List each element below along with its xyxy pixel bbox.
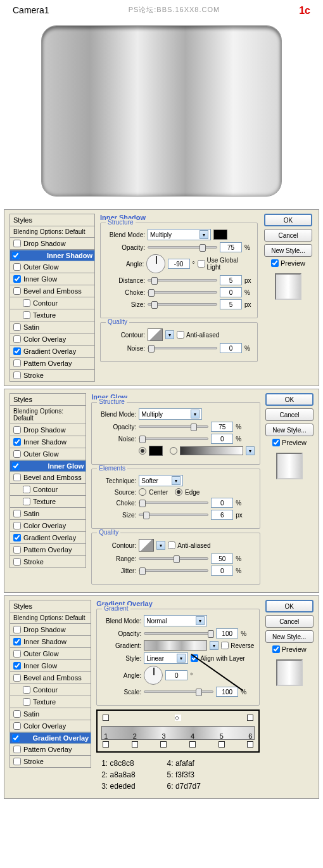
size-input[interactable]: [220, 299, 242, 309]
choke-input[interactable]: [220, 287, 242, 297]
opacity-stop[interactable]: [103, 715, 109, 721]
new-style-button[interactable]: New Style...: [265, 630, 314, 643]
choke-slider[interactable]: [139, 502, 208, 504]
style-drop-shadow[interactable]: Drop Shadow: [10, 624, 91, 636]
reverse-check[interactable]: Reverse: [221, 642, 254, 649]
choke-slider[interactable]: [148, 291, 217, 294]
ok-button[interactable]: OK: [265, 393, 314, 406]
style-inner-shadow[interactable]: Inner Shadow: [10, 250, 95, 261]
style-stroke[interactable]: Stroke: [10, 756, 91, 768]
style-satin[interactable]: Satin: [10, 708, 91, 720]
style-outer-glow[interactable]: Outer Glow: [10, 448, 86, 460]
anti-aliased-check[interactable]: Anti-aliased: [177, 331, 219, 339]
color-stop[interactable]: [103, 741, 109, 748]
style-bevel[interactable]: Bevel and Emboss: [10, 472, 86, 484]
jitter-slider[interactable]: [139, 569, 208, 572]
preview-check[interactable]: Preview: [272, 439, 307, 446]
gradient-swatch[interactable]: [180, 446, 243, 455]
style-inner-shadow[interactable]: Inner Shadow: [10, 636, 91, 648]
noise-input[interactable]: [211, 434, 233, 444]
color-radio[interactable]: [139, 447, 146, 455]
style-stroke[interactable]: Stroke: [10, 370, 95, 382]
new-style-button[interactable]: New Style...: [265, 424, 314, 436]
color-stop[interactable]: [132, 741, 138, 748]
style-inner-shadow[interactable]: Inner Shadow: [10, 436, 86, 448]
style-texture[interactable]: Texture: [10, 496, 86, 508]
style-contour[interactable]: Contour: [10, 484, 86, 496]
style-outer-glow[interactable]: Outer Glow: [10, 261, 95, 273]
technique-select[interactable]: Softer▾: [139, 475, 183, 486]
style-drop-shadow[interactable]: Drop Shadow: [10, 424, 86, 436]
cancel-button[interactable]: Cancel: [265, 615, 314, 628]
style-gradient-overlay[interactable]: Gradient Overlay: [10, 346, 95, 358]
color-swatch[interactable]: [213, 230, 227, 240]
style-inner-glow[interactable]: Inner Glow: [10, 460, 86, 472]
angle-dial[interactable]: [146, 254, 165, 273]
style-gradient-overlay[interactable]: Gradient Overlay: [10, 532, 86, 544]
blending-options[interactable]: Blending Options: Default: [10, 226, 95, 238]
color-stop[interactable]: [189, 741, 196, 748]
contour-picker[interactable]: [148, 328, 163, 341]
preview-check[interactable]: Preview: [272, 645, 307, 653]
style-gradient-overlay[interactable]: Gradient Overlay: [10, 732, 91, 744]
color-swatch[interactable]: [149, 446, 163, 456]
distance-input[interactable]: [220, 275, 242, 285]
style-satin[interactable]: Satin: [10, 508, 86, 520]
style-outer-glow[interactable]: Outer Glow: [10, 648, 91, 660]
midpoint-icon[interactable]: ◇: [175, 715, 181, 721]
opacity-slider[interactable]: [139, 425, 208, 428]
opacity-input[interactable]: [211, 422, 233, 432]
color-stop[interactable]: [247, 741, 253, 748]
style-pattern-overlay[interactable]: Pattern Overlay: [10, 358, 95, 370]
contour-picker[interactable]: [139, 539, 154, 552]
choke-input[interactable]: [211, 498, 233, 508]
edge-radio[interactable]: [175, 488, 182, 496]
scale-input[interactable]: [216, 687, 238, 697]
chevron-down-icon[interactable]: ▾: [156, 541, 165, 550]
ok-button[interactable]: OK: [265, 600, 314, 612]
gradient-picker[interactable]: [144, 640, 207, 651]
style-color-overlay[interactable]: Color Overlay: [10, 720, 91, 732]
jitter-input[interactable]: [211, 566, 233, 576]
opacity-stop[interactable]: [247, 715, 253, 721]
style-texture[interactable]: Texture: [10, 309, 95, 321]
style-color-overlay[interactable]: Color Overlay: [10, 334, 95, 346]
cancel-button[interactable]: Cancel: [265, 408, 314, 421]
noise-slider[interactable]: [148, 347, 217, 349]
size-slider[interactable]: [148, 303, 217, 306]
blending-options[interactable]: Blending Options: Default: [10, 612, 91, 624]
range-slider[interactable]: [139, 557, 208, 560]
ok-button[interactable]: OK: [264, 214, 312, 226]
color-stop[interactable]: [160, 741, 167, 748]
opacity-input[interactable]: [220, 242, 242, 252]
size-slider[interactable]: [139, 514, 208, 516]
style-stroke[interactable]: Stroke: [10, 556, 86, 568]
style-color-overlay[interactable]: Color Overlay: [10, 520, 86, 532]
style-texture[interactable]: Texture: [10, 696, 91, 708]
noise-input[interactable]: [220, 343, 242, 353]
chevron-down-icon[interactable]: ▾: [210, 641, 218, 650]
chevron-down-icon[interactable]: ▾: [246, 446, 255, 455]
opacity-slider[interactable]: [148, 246, 217, 249]
size-input[interactable]: [211, 510, 233, 520]
angle-dial[interactable]: [144, 666, 163, 685]
angle-input[interactable]: [168, 259, 190, 269]
blend-mode-select[interactable]: Normal▾: [144, 615, 207, 626]
scale-slider[interactable]: [144, 690, 213, 693]
gradient-radio[interactable]: [170, 447, 177, 455]
opacity-input[interactable]: [216, 628, 238, 638]
style-contour[interactable]: Contour: [10, 297, 95, 309]
range-input[interactable]: [211, 554, 233, 564]
blend-mode-select[interactable]: Multiply▾: [139, 408, 202, 420]
angle-input[interactable]: [165, 670, 187, 680]
style-contour[interactable]: Contour: [10, 684, 91, 696]
center-radio[interactable]: [139, 488, 146, 496]
style-pattern-overlay[interactable]: Pattern Overlay: [10, 744, 91, 756]
style-bevel[interactable]: Bevel and Emboss: [10, 672, 91, 684]
style-select[interactable]: Linear▾: [144, 652, 188, 664]
preview-check[interactable]: Preview: [271, 259, 305, 267]
color-stop[interactable]: [218, 741, 225, 748]
chevron-down-icon[interactable]: ▾: [165, 330, 174, 339]
distance-slider[interactable]: [148, 279, 217, 282]
style-drop-shadow[interactable]: Drop Shadow: [10, 238, 95, 250]
